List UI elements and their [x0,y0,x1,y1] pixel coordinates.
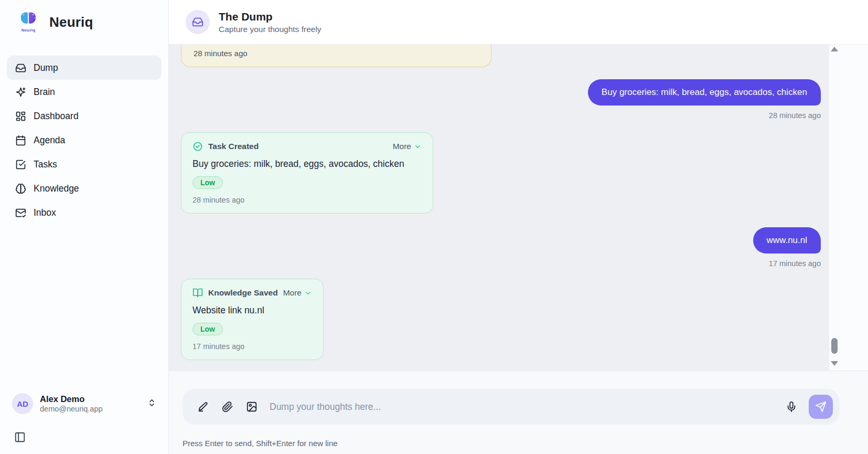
sidebar-item-knowledge[interactable]: Knowledge [7,176,162,200]
spacer [181,214,821,227]
profile-email: demo@neuriq.app [40,404,103,414]
sidebar-item-label: Tasks [34,159,57,170]
send-button[interactable] [809,395,833,419]
clipped-message-card: 28 minutes ago [181,45,491,67]
chat-message-list[interactable]: 28 minutes ago Buy groceries: milk, brea… [169,45,868,371]
card-title: Task Created [208,142,259,151]
check-square-icon [15,159,26,170]
sidebar-item-tasks[interactable]: Tasks [7,152,162,176]
sidebar-item-inbox[interactable]: Inbox [7,200,162,225]
task-created-card: Task Created More Buy groceries: milk, b… [181,132,433,214]
sidebar-collapse-button[interactable] [12,430,28,446]
message-timestamp: 17 minutes ago [192,342,244,351]
brain-icon [15,183,26,194]
sidebar-item-label: Brain [34,87,55,98]
page-title: The Dump [219,10,322,23]
main-panel: The Dump Capture your thoughts freely 28… [169,0,868,454]
inbox-tray-icon [186,10,210,34]
sidebar-item-label: Agenda [34,135,65,146]
message-timestamp: 28 minutes ago [194,49,248,58]
card-title: Knowledge Saved [208,288,278,298]
neuriq-logo-icon: Neuriq [16,9,41,35]
image-icon [246,401,258,413]
sidebar: Neuriq Neuriq Dump Brain Dashboard Agend… [0,0,169,454]
scrollbar-gutter [829,45,868,371]
sidebar-item-label: Dump [34,62,58,73]
user-message-bubble: Buy groceries: milk, bread, eggs, avocad… [588,79,821,105]
brand-header: Neuriq Neuriq [7,9,162,35]
sidebar-item-label: Dashboard [34,111,79,122]
sidebar-nav: Dump Brain Dashboard Agenda Tasks Knowle… [7,56,162,225]
message-timestamp: 17 minutes ago [769,259,821,268]
book-open-icon [192,288,203,298]
app-window: Neuriq Neuriq Dump Brain Dashboard Agend… [0,0,868,454]
chat-header: The Dump Capture your thoughts freely [169,0,868,45]
priority-badge: Low [192,176,223,189]
spacer [181,67,821,79]
spacer [181,120,821,132]
logo-wordmark: Neuriq [22,28,36,33]
avatar: AD [12,393,33,414]
check-circle-icon [192,141,203,152]
spacer [181,268,821,279]
draw-button[interactable] [197,400,210,413]
inbox-tray-icon [15,62,26,73]
card-header: Task Created More [192,141,422,152]
panel-left-icon [14,431,26,443]
card-text: Buy groceries: milk, bread, eggs, avocad… [192,159,404,170]
profile-meta: Alex Demo demo@neuriq.app [40,394,103,414]
chevrons-up-down-icon [147,398,156,409]
sidebar-item-label: Inbox [34,207,56,218]
chevron-down-icon [414,143,422,151]
card-text: Website link nu.nl [192,305,264,316]
chat-scrollbar[interactable] [829,45,840,371]
sparkles-icon [15,87,26,98]
priority-badge: Low [192,323,223,335]
more-label: More [283,288,302,298]
user-message-bubble: www.nu.nl [753,227,821,254]
sidebar-item-dump[interactable]: Dump [7,56,162,80]
chevron-down-icon [304,289,312,297]
thought-input[interactable] [270,402,785,413]
more-dropdown-button[interactable]: More [283,288,312,298]
scroll-up-arrow-icon[interactable] [831,47,838,51]
mail-check-icon [15,207,26,218]
sidebar-item-dashboard[interactable]: Dashboard [7,104,162,128]
composer-hint: Press Enter to send, Shift+Enter for new… [183,439,840,448]
scrollbar-thumb[interactable] [831,338,838,354]
page-subtitle: Capture your thoughts freely [219,25,322,34]
message-timestamp: 28 minutes ago [192,196,244,204]
send-icon [815,401,827,413]
dashboard-grid-icon [15,111,26,122]
user-profile-menu[interactable]: AD Alex Demo demo@neuriq.app [7,389,162,418]
message-timestamp: 28 minutes ago [769,111,821,120]
sidebar-item-brain[interactable]: Brain [7,80,162,104]
card-header: Knowledge Saved More [192,288,312,298]
brand-title: Neuriq [49,14,93,30]
scroll-down-arrow-icon[interactable] [831,361,838,366]
voice-input-button[interactable] [785,400,798,413]
paperclip-icon [222,401,233,413]
attach-file-button[interactable] [221,400,234,413]
calendar-icon [15,135,26,146]
more-label: More [393,142,411,151]
microphone-icon [786,401,797,413]
message-input-bar [183,389,840,425]
user-message: Buy groceries: milk, bread, eggs, avocad… [181,79,821,120]
sidebar-item-label: Knowledge [34,183,79,194]
sidebar-item-agenda[interactable]: Agenda [7,128,162,152]
user-message: www.nu.nl 17 minutes ago [181,227,821,268]
profile-name: Alex Demo [40,394,103,405]
knowledge-saved-card: Knowledge Saved More Website link nu.nl … [181,279,324,360]
attach-image-button[interactable] [245,400,258,413]
more-dropdown-button[interactable]: More [393,142,422,151]
composer: Press Enter to send, Shift+Enter for new… [169,371,868,454]
pen-icon [198,401,209,413]
header-meta: The Dump Capture your thoughts freely [219,10,322,34]
